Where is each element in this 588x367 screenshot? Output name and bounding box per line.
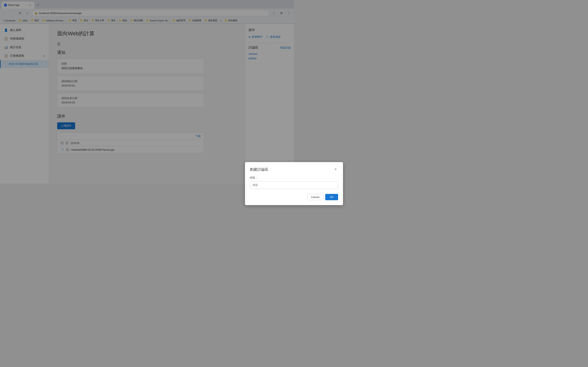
modal-field-label: 標題： xyxy=(250,176,294,180)
modal-header: 創建討論區 × xyxy=(250,167,294,172)
modal-overlay[interactable]: 創建討論區 × 標題： Cancel OK xyxy=(0,0,294,184)
create-discussion-modal: 創建討論區 × 標題： Cancel OK xyxy=(245,162,294,184)
discussion-title-input[interactable] xyxy=(250,181,294,184)
modal-title: 創建討論區 xyxy=(250,167,268,172)
